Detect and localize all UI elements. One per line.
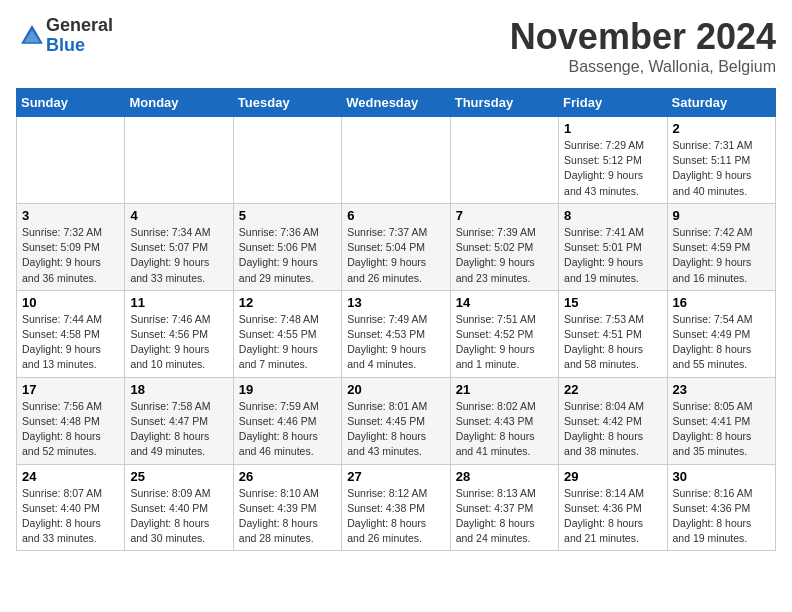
calendar-cell: 24Sunrise: 8:07 AM Sunset: 4:40 PM Dayli… xyxy=(17,464,125,551)
calendar-table: SundayMondayTuesdayWednesdayThursdayFrid… xyxy=(16,88,776,551)
day-number: 15 xyxy=(564,295,661,310)
calendar-cell xyxy=(233,117,341,204)
day-number: 27 xyxy=(347,469,444,484)
calendar-cell: 27Sunrise: 8:12 AM Sunset: 4:38 PM Dayli… xyxy=(342,464,450,551)
calendar-cell: 5Sunrise: 7:36 AM Sunset: 5:06 PM Daylig… xyxy=(233,203,341,290)
calendar-cell: 9Sunrise: 7:42 AM Sunset: 4:59 PM Daylig… xyxy=(667,203,775,290)
weekday-header-wednesday: Wednesday xyxy=(342,89,450,117)
calendar-cell xyxy=(125,117,233,204)
day-info: Sunrise: 7:34 AM Sunset: 5:07 PM Dayligh… xyxy=(130,225,227,286)
weekday-header-monday: Monday xyxy=(125,89,233,117)
day-number: 19 xyxy=(239,382,336,397)
day-number: 11 xyxy=(130,295,227,310)
week-row-1: 1Sunrise: 7:29 AM Sunset: 5:12 PM Daylig… xyxy=(17,117,776,204)
calendar-cell: 6Sunrise: 7:37 AM Sunset: 5:04 PM Daylig… xyxy=(342,203,450,290)
logo: General Blue xyxy=(16,16,113,56)
week-row-4: 17Sunrise: 7:56 AM Sunset: 4:48 PM Dayli… xyxy=(17,377,776,464)
weekday-header-tuesday: Tuesday xyxy=(233,89,341,117)
calendar-cell: 28Sunrise: 8:13 AM Sunset: 4:37 PM Dayli… xyxy=(450,464,558,551)
logo-icon xyxy=(18,22,46,50)
day-info: Sunrise: 7:44 AM Sunset: 4:58 PM Dayligh… xyxy=(22,312,119,373)
day-number: 3 xyxy=(22,208,119,223)
day-number: 7 xyxy=(456,208,553,223)
day-info: Sunrise: 7:39 AM Sunset: 5:02 PM Dayligh… xyxy=(456,225,553,286)
calendar-cell: 18Sunrise: 7:58 AM Sunset: 4:47 PM Dayli… xyxy=(125,377,233,464)
day-info: Sunrise: 8:07 AM Sunset: 4:40 PM Dayligh… xyxy=(22,486,119,547)
day-info: Sunrise: 7:56 AM Sunset: 4:48 PM Dayligh… xyxy=(22,399,119,460)
calendar-cell: 4Sunrise: 7:34 AM Sunset: 5:07 PM Daylig… xyxy=(125,203,233,290)
calendar-cell: 17Sunrise: 7:56 AM Sunset: 4:48 PM Dayli… xyxy=(17,377,125,464)
calendar-cell: 25Sunrise: 8:09 AM Sunset: 4:40 PM Dayli… xyxy=(125,464,233,551)
calendar-cell: 15Sunrise: 7:53 AM Sunset: 4:51 PM Dayli… xyxy=(559,290,667,377)
calendar-cell: 2Sunrise: 7:31 AM Sunset: 5:11 PM Daylig… xyxy=(667,117,775,204)
title-area: November 2024 Bassenge, Wallonia, Belgiu… xyxy=(510,16,776,76)
day-number: 25 xyxy=(130,469,227,484)
day-number: 26 xyxy=(239,469,336,484)
day-number: 1 xyxy=(564,121,661,136)
calendar-cell: 3Sunrise: 7:32 AM Sunset: 5:09 PM Daylig… xyxy=(17,203,125,290)
calendar-cell: 30Sunrise: 8:16 AM Sunset: 4:36 PM Dayli… xyxy=(667,464,775,551)
day-info: Sunrise: 8:14 AM Sunset: 4:36 PM Dayligh… xyxy=(564,486,661,547)
weekday-header-friday: Friday xyxy=(559,89,667,117)
day-number: 8 xyxy=(564,208,661,223)
day-number: 22 xyxy=(564,382,661,397)
day-info: Sunrise: 7:41 AM Sunset: 5:01 PM Dayligh… xyxy=(564,225,661,286)
day-number: 9 xyxy=(673,208,770,223)
calendar-cell: 13Sunrise: 7:49 AM Sunset: 4:53 PM Dayli… xyxy=(342,290,450,377)
calendar-cell: 23Sunrise: 8:05 AM Sunset: 4:41 PM Dayli… xyxy=(667,377,775,464)
day-number: 13 xyxy=(347,295,444,310)
weekday-header-thursday: Thursday xyxy=(450,89,558,117)
week-row-3: 10Sunrise: 7:44 AM Sunset: 4:58 PM Dayli… xyxy=(17,290,776,377)
day-info: Sunrise: 8:10 AM Sunset: 4:39 PM Dayligh… xyxy=(239,486,336,547)
day-number: 4 xyxy=(130,208,227,223)
calendar-cell: 7Sunrise: 7:39 AM Sunset: 5:02 PM Daylig… xyxy=(450,203,558,290)
day-number: 16 xyxy=(673,295,770,310)
day-info: Sunrise: 7:59 AM Sunset: 4:46 PM Dayligh… xyxy=(239,399,336,460)
day-number: 28 xyxy=(456,469,553,484)
day-number: 12 xyxy=(239,295,336,310)
day-info: Sunrise: 8:13 AM Sunset: 4:37 PM Dayligh… xyxy=(456,486,553,547)
calendar-cell: 8Sunrise: 7:41 AM Sunset: 5:01 PM Daylig… xyxy=(559,203,667,290)
day-number: 5 xyxy=(239,208,336,223)
day-info: Sunrise: 7:46 AM Sunset: 4:56 PM Dayligh… xyxy=(130,312,227,373)
weekday-header-sunday: Sunday xyxy=(17,89,125,117)
day-number: 10 xyxy=(22,295,119,310)
calendar-cell: 21Sunrise: 8:02 AM Sunset: 4:43 PM Dayli… xyxy=(450,377,558,464)
header: General Blue November 2024 Bassenge, Wal… xyxy=(16,16,776,76)
week-row-5: 24Sunrise: 8:07 AM Sunset: 4:40 PM Dayli… xyxy=(17,464,776,551)
weekday-header-row: SundayMondayTuesdayWednesdayThursdayFrid… xyxy=(17,89,776,117)
day-info: Sunrise: 8:01 AM Sunset: 4:45 PM Dayligh… xyxy=(347,399,444,460)
day-info: Sunrise: 7:42 AM Sunset: 4:59 PM Dayligh… xyxy=(673,225,770,286)
day-info: Sunrise: 7:48 AM Sunset: 4:55 PM Dayligh… xyxy=(239,312,336,373)
day-info: Sunrise: 7:54 AM Sunset: 4:49 PM Dayligh… xyxy=(673,312,770,373)
weekday-header-saturday: Saturday xyxy=(667,89,775,117)
day-number: 14 xyxy=(456,295,553,310)
logo-blue-text: Blue xyxy=(46,36,113,56)
calendar-cell: 12Sunrise: 7:48 AM Sunset: 4:55 PM Dayli… xyxy=(233,290,341,377)
day-info: Sunrise: 8:05 AM Sunset: 4:41 PM Dayligh… xyxy=(673,399,770,460)
calendar-cell xyxy=(450,117,558,204)
day-number: 29 xyxy=(564,469,661,484)
day-info: Sunrise: 7:49 AM Sunset: 4:53 PM Dayligh… xyxy=(347,312,444,373)
calendar-cell: 14Sunrise: 7:51 AM Sunset: 4:52 PM Dayli… xyxy=(450,290,558,377)
day-number: 23 xyxy=(673,382,770,397)
day-number: 18 xyxy=(130,382,227,397)
calendar-cell xyxy=(342,117,450,204)
week-row-2: 3Sunrise: 7:32 AM Sunset: 5:09 PM Daylig… xyxy=(17,203,776,290)
logo-general-text: General xyxy=(46,16,113,36)
day-info: Sunrise: 7:37 AM Sunset: 5:04 PM Dayligh… xyxy=(347,225,444,286)
calendar-cell xyxy=(17,117,125,204)
calendar-cell: 29Sunrise: 8:14 AM Sunset: 4:36 PM Dayli… xyxy=(559,464,667,551)
day-number: 24 xyxy=(22,469,119,484)
calendar-cell: 1Sunrise: 7:29 AM Sunset: 5:12 PM Daylig… xyxy=(559,117,667,204)
day-info: Sunrise: 7:36 AM Sunset: 5:06 PM Dayligh… xyxy=(239,225,336,286)
month-title: November 2024 xyxy=(510,16,776,58)
day-info: Sunrise: 7:53 AM Sunset: 4:51 PM Dayligh… xyxy=(564,312,661,373)
day-info: Sunrise: 7:32 AM Sunset: 5:09 PM Dayligh… xyxy=(22,225,119,286)
calendar-cell: 26Sunrise: 8:10 AM Sunset: 4:39 PM Dayli… xyxy=(233,464,341,551)
calendar-cell: 19Sunrise: 7:59 AM Sunset: 4:46 PM Dayli… xyxy=(233,377,341,464)
day-info: Sunrise: 7:31 AM Sunset: 5:11 PM Dayligh… xyxy=(673,138,770,199)
day-number: 30 xyxy=(673,469,770,484)
calendar-cell: 10Sunrise: 7:44 AM Sunset: 4:58 PM Dayli… xyxy=(17,290,125,377)
day-number: 17 xyxy=(22,382,119,397)
